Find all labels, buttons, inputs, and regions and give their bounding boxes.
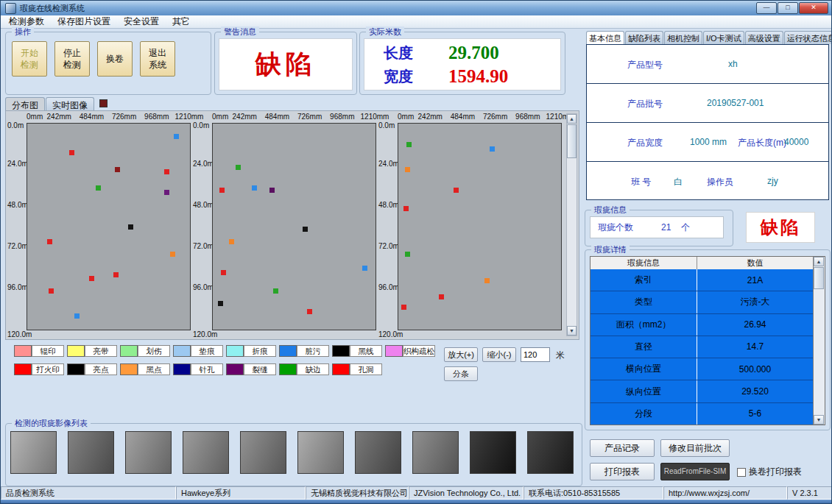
detail-row[interactable]: 纵向位置29.520 (590, 380, 813, 402)
tab-io-card-test[interactable]: I/O卡测试 (703, 31, 744, 44)
defect-thumbnail-3[interactable] (125, 431, 172, 474)
shift-value: 白 (674, 176, 683, 188)
menu-item-others[interactable]: 其它 (166, 15, 197, 29)
split-button[interactable]: 分条 (444, 366, 478, 381)
y-tick-label: 48.0m (193, 201, 214, 209)
width-value: 1594.90 (448, 66, 508, 87)
scroll-thumb[interactable] (567, 124, 577, 158)
detail-cell-value: 500.000 (697, 358, 813, 380)
scroll-down-icon[interactable]: ▼ (567, 326, 577, 336)
plot-body-1[interactable] (27, 123, 191, 330)
defect-marker (170, 252, 175, 257)
modify-batch-button[interactable]: 修改目前批次 (660, 439, 730, 457)
operator-value: zjy (767, 176, 778, 186)
tab-advanced-settings[interactable]: 高级设置 (745, 31, 783, 44)
roll-print-checkbox[interactable] (737, 468, 746, 477)
detail-row[interactable]: 分段5-6 (590, 403, 813, 425)
legend-item: 亮带 (67, 345, 117, 357)
detail-row[interactable]: 类型污渍-大 (590, 291, 813, 313)
tab-run-status-info[interactable]: 运行状态信息 (784, 31, 832, 44)
print-report-button[interactable]: 打印报表 (590, 463, 655, 480)
plot-scrollbar[interactable]: ▲ ▼ (566, 113, 577, 336)
defect-marker (273, 288, 278, 294)
close-button[interactable]: ✕ (799, 2, 828, 14)
tab-distribution[interactable]: 分布图 (5, 97, 45, 110)
app-icon (5, 3, 16, 14)
y-tick-label: 96.0m (193, 283, 214, 291)
y-tick-label: 0.0m (193, 121, 209, 129)
defect-detail-group: 瑕疵详情 瑕疵信息 数值 索引21A类型污渍-大面积（mm2）26.94直径14… (585, 249, 831, 430)
legend-swatch (226, 345, 244, 357)
detail-scrollbar[interactable]: ▲ ▼ (813, 257, 825, 425)
legend-label: 缺边 (297, 363, 329, 375)
defect-marker (218, 301, 223, 306)
defect-marker (174, 134, 179, 139)
defect-thumbnail-9[interactable] (470, 431, 516, 474)
minimize-button[interactable]: — (756, 2, 777, 14)
x-tick-label: 484mm (451, 113, 475, 121)
scroll-up-icon[interactable]: ▲ (567, 114, 577, 124)
menu-item-security-settings[interactable]: 安全设置 (117, 15, 166, 29)
warning-group-label: 警告消息 (221, 26, 259, 38)
legend-item: 辊印 (14, 345, 64, 357)
detail-scroll-thumb[interactable] (814, 267, 824, 289)
defect-marker (303, 227, 308, 232)
detail-row[interactable]: 横向位置500.000 (590, 358, 813, 380)
exit-system-button[interactable]: 退出 系统 (140, 41, 175, 77)
start-detect-button[interactable]: 开始 检测 (12, 41, 47, 77)
status-segment-4: JZVision Technology Co., Ltd. (409, 486, 523, 500)
detail-scroll-down-icon[interactable]: ▼ (814, 415, 824, 425)
legend-item: 亮点 (67, 363, 117, 375)
defect-thumbnail-6[interactable] (297, 431, 344, 474)
length-label: 长度 (384, 43, 431, 63)
defect-thumbnail-4[interactable] (183, 431, 229, 474)
legend-label: 织构疏松 (403, 345, 435, 357)
legend-swatch (67, 363, 85, 375)
tab-defect-list[interactable]: 缺陷列表 (625, 31, 663, 44)
detail-row[interactable]: 面积（mm2）26.94 (590, 314, 813, 336)
maximize-button[interactable]: □ (778, 2, 798, 14)
stop-detect-button[interactable]: 停止 检测 (54, 41, 90, 77)
product-batch-label: 产品批号 (627, 98, 663, 110)
plot-xticks: 0mm242mm484mm726mm968mm1210mm (212, 113, 377, 122)
defect-thumbnail-10[interactable] (527, 431, 574, 474)
change-roll-button[interactable]: 换卷 (97, 41, 133, 77)
menu-item-save-image-settings[interactable]: 保存图片设置 (51, 15, 117, 29)
x-tick-label: 968mm (144, 113, 169, 121)
detail-cell-value: 5-6 (697, 403, 813, 425)
defect-marker (490, 146, 495, 152)
tab-camera-control[interactable]: 相机控制 (664, 31, 702, 44)
detail-row[interactable]: 索引21A (590, 269, 813, 291)
plot-yticks: 0.0m24.0m48.0m72.0m96.0m (192, 122, 211, 328)
read-from-file-button[interactable]: ReadFromFile-SIM (660, 463, 730, 480)
zoom-out-button[interactable]: 缩小(-) (482, 347, 516, 362)
plot-group-1: 0mm242mm484mm726mm968mm1210mm0.0m24.0m48… (6, 113, 191, 339)
product-length-value: 40000 (784, 137, 808, 147)
product-record-button[interactable]: 产品记录 (590, 439, 655, 457)
plot-yticks: 0.0m24.0m48.0m72.0m96.0m (7, 122, 26, 328)
info-row-model: 产品型号 xh (587, 45, 828, 84)
x-tick-label: 968mm (515, 113, 540, 121)
scale-input[interactable] (521, 347, 550, 362)
defect-marker (307, 309, 312, 314)
zoom-in-button[interactable]: 放大(+) (444, 347, 478, 362)
defect-thumbnail-7[interactable] (355, 431, 401, 474)
detail-cell-value: 21A (697, 269, 813, 291)
y-tick-label: 72.0m (193, 242, 214, 250)
plot-body-2[interactable] (212, 123, 376, 330)
legend-item: 打火印 (14, 363, 64, 375)
defect-thumbnail-5[interactable] (240, 431, 286, 474)
y-tick-label: 48.0m (378, 201, 399, 209)
tab-realtime[interactable]: 实时图像 (46, 97, 94, 110)
legend-item: 垫痕 (173, 345, 223, 357)
defect-thumbnail-8[interactable] (412, 431, 459, 474)
detail-cell-name: 横向位置 (590, 358, 697, 380)
legend-item: 缺边 (279, 363, 329, 375)
plot-body-3[interactable] (398, 123, 562, 330)
tab-basic-info[interactable]: 基本信息 (586, 31, 624, 44)
defect-thumbnail-2[interactable] (68, 431, 114, 474)
detail-scroll-up-icon[interactable]: ▲ (814, 257, 824, 266)
defect-thumbnail-1[interactable] (10, 431, 57, 474)
legend-row-2: 打火印亮点黑点针孔裂缝缺边孔洞 (14, 363, 441, 375)
detail-row[interactable]: 直径14.7 (590, 336, 813, 358)
